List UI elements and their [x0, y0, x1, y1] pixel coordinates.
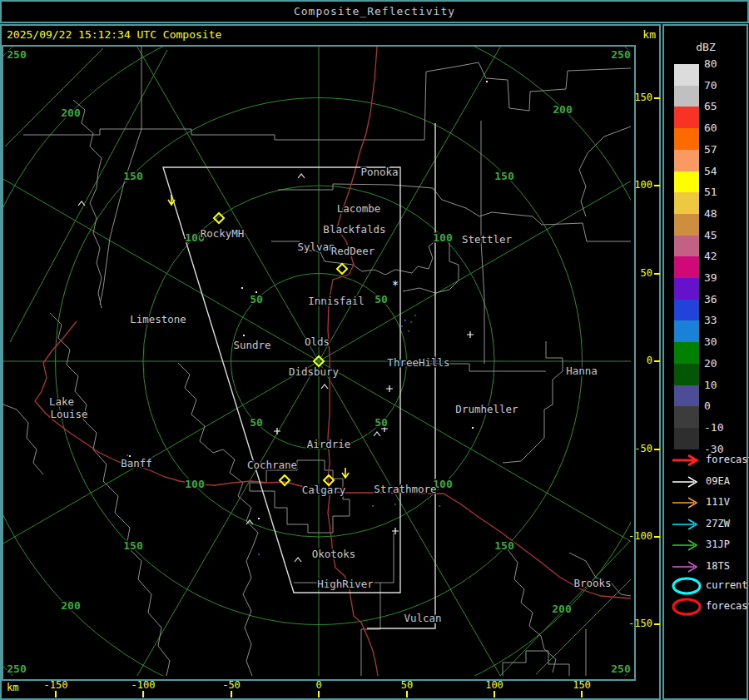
town-dot: [472, 427, 474, 429]
city-label: Calgary: [302, 484, 346, 496]
colorbar-value: 30: [704, 335, 741, 349]
axis-unit-top-label: km: [608, 28, 656, 41]
colorbar-value: 45: [704, 229, 741, 242]
colorbar-swatch: [674, 128, 699, 150]
colorbar-swatch: [674, 428, 699, 449]
city-label: Limestone: [130, 313, 186, 325]
arrow-shape: [672, 498, 697, 508]
radar-map[interactable]: *505050501001001001001501501501502002002…: [3, 47, 631, 676]
bottom-axis-label: 100: [476, 679, 513, 691]
bottom-axis-tick: [55, 691, 57, 698]
town-cross-icon: [392, 528, 399, 534]
right-axis-label: -100: [624, 530, 652, 542]
radial-line: [77, 361, 319, 676]
echo-speck: [408, 330, 409, 332]
ring-label: 250: [7, 663, 27, 675]
colorbar-value: 80: [704, 57, 741, 71]
echo-speck: [404, 320, 406, 321]
town-caret-icon: [374, 432, 380, 436]
town-dot: [243, 335, 245, 336]
town-caret-icon: [321, 385, 328, 389]
town-caret-icon: [78, 201, 85, 206]
colorbar-value: 39: [704, 271, 741, 285]
legend-arrow-icon: [671, 493, 704, 513]
city-label: Airdrie: [307, 438, 351, 450]
city-label: Drumheller: [455, 403, 518, 415]
window-title: Composite_Reflectivity: [294, 5, 455, 17]
radial-line: [77, 47, 319, 361]
city-label: HighRiver: [317, 578, 374, 590]
arrow-shape: [672, 540, 697, 550]
colorbar-swatch: [674, 150, 699, 171]
colorbar-value: 42: [704, 250, 741, 263]
city-label: Ponoka: [360, 166, 398, 178]
town-cross-icon: [467, 331, 474, 338]
city-label: Lake: [49, 395, 74, 408]
county-boundary: [579, 127, 631, 216]
legend-arrow-icon: [671, 535, 704, 555]
ring-label: 150: [123, 170, 143, 182]
echo-speck: [126, 454, 128, 456]
colorbar-swatch: [674, 107, 699, 128]
ring-label: 50: [374, 416, 388, 429]
bottom-axis-tick: [142, 691, 144, 698]
ring-label: 200: [61, 107, 81, 119]
colorbar-swatch: [674, 236, 699, 257]
bottom-axis-tick: [494, 691, 495, 698]
colorbar-swatch: [674, 300, 699, 321]
colorbar-value: 10: [704, 379, 741, 392]
city-label: Blackfalds: [323, 223, 385, 236]
ring-label: 50: [250, 416, 263, 429]
right-axis-tick: [654, 185, 660, 186]
legend-item: 27ZW: [671, 514, 744, 534]
colorbar-swatch: [674, 214, 699, 236]
town-cross-icon: [386, 385, 393, 392]
legend-label: 27ZW: [706, 518, 730, 529]
right-axis-label: 0: [624, 355, 652, 366]
ellipse-shape: [673, 599, 700, 614]
city-label: RedDeer: [331, 245, 375, 257]
storm-cell-icon: [280, 475, 290, 485]
legend-arrow-icon: [671, 450, 704, 470]
bottom-axis-label: 50: [389, 679, 425, 691]
county-boundary: [503, 341, 563, 463]
colorbar-swatch: [674, 342, 699, 364]
colorbar-swatch: [674, 86, 699, 107]
city-label: Didsbury: [289, 365, 340, 378]
colorbar-swatch: [674, 364, 699, 385]
legend-item: 18TS: [671, 557, 744, 577]
right-axis-label: 50: [624, 267, 652, 279]
town-dot: [241, 287, 243, 289]
ring-label: 50: [374, 293, 388, 305]
city-label: Cochrane: [247, 459, 297, 471]
echo-speck: [414, 315, 416, 316]
legend-item: current: [671, 576, 744, 596]
echo-speck: [401, 325, 403, 327]
city-label: Brooks: [573, 577, 611, 589]
colorbar-swatch: [674, 256, 699, 278]
radial-line: [319, 361, 560, 676]
legend-arrow-icon: [671, 557, 704, 577]
city-label: Hanna: [566, 365, 598, 377]
echo-speck: [372, 505, 374, 507]
colorbar-value: 57: [704, 143, 741, 156]
legend-item: forecast: [671, 450, 744, 470]
bottom-axis-label: 0: [300, 679, 337, 691]
colorbar-swatch: [674, 406, 699, 428]
colorbar-value: 0: [704, 400, 741, 413]
city-label: Strathmore: [374, 483, 436, 495]
colorbar-value: 33: [704, 314, 741, 327]
colorbar-value: 65: [704, 100, 741, 113]
colorbar-value: 36: [704, 293, 741, 306]
ring-label: 200: [61, 599, 81, 612]
bottom-axis-label: -150: [37, 679, 74, 691]
legend-item: 09EA: [671, 472, 744, 492]
colorbar-swatch: [674, 385, 699, 407]
legend-arrow-icon: [671, 514, 704, 534]
ring-label: 250: [7, 48, 27, 61]
colorbar-title: dBZ: [689, 41, 722, 53]
legend-item: 111V: [671, 493, 744, 513]
arrow-shape: [672, 562, 697, 572]
county-boundary: [379, 62, 631, 140]
bottom-axis-label: -100: [125, 679, 161, 691]
